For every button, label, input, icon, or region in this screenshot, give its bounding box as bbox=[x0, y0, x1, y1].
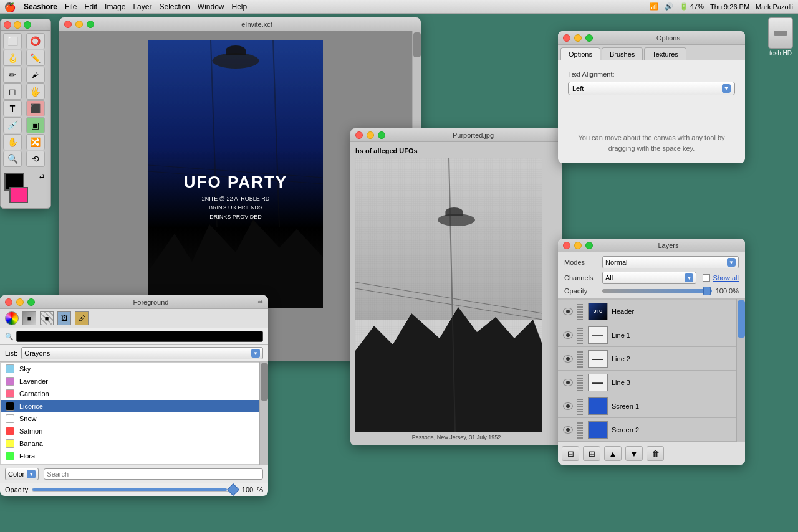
color-item-banana[interactable]: Banana bbox=[1, 437, 259, 450]
purported-title: Purported.jpg bbox=[389, 131, 557, 139]
image-selector-icon[interactable]: 🖼 bbox=[57, 311, 71, 325]
minimize-button[interactable] bbox=[367, 131, 374, 139]
zoom-button[interactable] bbox=[27, 298, 35, 306]
list-arrow-icon: ▼ bbox=[251, 349, 260, 358]
list-dropdown[interactable]: Crayons ▼ bbox=[21, 347, 263, 359]
visibility-icon[interactable] bbox=[563, 355, 573, 363]
clone-tool[interactable]: 🖐 bbox=[26, 83, 45, 100]
zoom-button[interactable] bbox=[585, 34, 593, 42]
gradient-selector-icon[interactable]: ■ bbox=[22, 311, 36, 325]
layer-thumbnail: ▬▬▬ bbox=[588, 350, 608, 368]
layer-item-line3[interactable]: ▬▬▬ Line 3 bbox=[558, 371, 736, 394]
close-button[interactable] bbox=[355, 131, 363, 139]
pattern-selector-icon[interactable]: ■ bbox=[40, 311, 54, 325]
minimize-button[interactable] bbox=[16, 298, 24, 306]
minimize-button[interactable] bbox=[574, 242, 582, 249]
color-item-sky[interactable]: Sky bbox=[1, 363, 259, 375]
layer-item-screen2[interactable]: Screen 2 bbox=[558, 418, 736, 442]
eraser-tool[interactable]: ◻ bbox=[3, 83, 22, 100]
layer-thumbnail: ▬▬▬ bbox=[588, 326, 608, 344]
layer-item-header[interactable]: UFO Header bbox=[558, 300, 736, 323]
channels-value: All bbox=[605, 274, 613, 282]
pan-tool[interactable]: ✋ bbox=[3, 134, 22, 150]
menu-help[interactable]: Help bbox=[232, 2, 248, 11]
background-color-swatch[interactable] bbox=[9, 187, 28, 203]
duplicate-button[interactable]: ⊞ bbox=[583, 446, 600, 461]
layer-item-line2[interactable]: ▬▬▬ Line 2 bbox=[558, 347, 736, 371]
color-name-search-input[interactable] bbox=[44, 468, 263, 480]
minimize-button[interactable] bbox=[574, 34, 582, 42]
tab-options[interactable]: Options bbox=[560, 47, 600, 60]
opacity-slider[interactable] bbox=[602, 289, 712, 293]
visibility-icon[interactable] bbox=[563, 426, 573, 434]
crayon-selector-icon[interactable]: 🖊 bbox=[75, 311, 89, 325]
shape-tool[interactable]: ⬛ bbox=[26, 100, 45, 116]
zoom-button[interactable] bbox=[24, 21, 31, 29]
text-alignment-select[interactable]: Left ▼ bbox=[568, 82, 735, 95]
color-list-scrollbar[interactable] bbox=[259, 362, 268, 465]
visibility-icon[interactable] bbox=[563, 308, 573, 315]
visibility-icon[interactable] bbox=[563, 402, 573, 410]
show-all-checkbox[interactable] bbox=[703, 274, 710, 282]
polygonal-lasso-tool[interactable]: ✏️ bbox=[26, 50, 45, 66]
elliptical-select-tool[interactable]: ⭕ bbox=[26, 33, 45, 49]
show-all-button[interactable]: Show all bbox=[713, 274, 739, 282]
minimize-button[interactable] bbox=[75, 21, 83, 28]
pencil-tool[interactable]: ✏ bbox=[3, 67, 22, 83]
zoom-tool[interactable]: 🔍 bbox=[3, 151, 22, 167]
menu-file[interactable]: File bbox=[65, 2, 77, 11]
tab-textures[interactable]: Textures bbox=[644, 47, 686, 60]
move-down-button[interactable]: ▼ bbox=[625, 446, 643, 461]
rectangular-select-tool[interactable]: ⬜ bbox=[3, 33, 22, 49]
channels-select[interactable]: All ▼ bbox=[602, 272, 696, 284]
menu-layer[interactable]: Layer bbox=[133, 2, 151, 11]
color-item-flora[interactable]: Flora bbox=[1, 450, 259, 462]
menu-selection[interactable]: Selection bbox=[159, 2, 190, 11]
menu-window[interactable]: Window bbox=[198, 2, 224, 11]
color-wheel-icon[interactable] bbox=[5, 311, 19, 325]
color-item-salmon[interactable]: Salmon bbox=[1, 425, 259, 437]
color-item-lavender[interactable]: Lavender bbox=[1, 375, 259, 387]
close-button[interactable] bbox=[5, 298, 12, 306]
transform-tool[interactable]: 🔀 bbox=[26, 134, 45, 150]
close-button[interactable] bbox=[64, 21, 72, 28]
color-item-ice[interactable]: Ice bbox=[1, 462, 259, 465]
color-search-input[interactable] bbox=[16, 331, 263, 342]
layer-item-screen1[interactable]: Screen 1 bbox=[558, 394, 736, 418]
brush-tool[interactable]: 🖌 bbox=[26, 67, 45, 83]
zoom-button[interactable] bbox=[87, 21, 94, 28]
text-tool[interactable]: T bbox=[3, 100, 22, 116]
lasso-tool[interactable]: 🪝 bbox=[3, 50, 22, 66]
delete-button[interactable]: 🗑 bbox=[647, 446, 664, 461]
opacity-slider[interactable] bbox=[32, 488, 238, 492]
visibility-icon[interactable] bbox=[563, 331, 573, 339]
modes-select[interactable]: Normal ▼ bbox=[602, 256, 739, 268]
color-name-carnation: Carnation bbox=[19, 390, 49, 397]
layer-item-line1[interactable]: ▬▬▬ Line 1 bbox=[558, 323, 736, 347]
minimize-button[interactable] bbox=[14, 21, 21, 29]
color-item-carnation[interactable]: Carnation bbox=[1, 387, 259, 400]
apple-menu-icon[interactable]: 🍎 bbox=[5, 2, 14, 11]
swap-colors-icon[interactable]: ⇄ bbox=[39, 173, 44, 180]
rotate-tool[interactable]: ⟲ bbox=[26, 151, 45, 167]
zoom-button[interactable] bbox=[378, 131, 385, 139]
layers-scrollbar[interactable] bbox=[736, 299, 745, 442]
color-item-licorice[interactable]: Licorice bbox=[1, 400, 259, 412]
menu-image[interactable]: Image bbox=[105, 2, 125, 11]
close-button[interactable] bbox=[563, 242, 570, 249]
close-button[interactable] bbox=[563, 34, 570, 42]
move-up-button[interactable]: ▲ bbox=[604, 446, 622, 461]
eyedropper-tool[interactable]: 💉 bbox=[3, 117, 22, 133]
fill-tool[interactable]: ▣ bbox=[26, 117, 45, 133]
hard-drive-icon[interactable]: tosh HD bbox=[768, 17, 793, 57]
zoom-button[interactable] bbox=[585, 242, 593, 249]
close-button[interactable] bbox=[4, 21, 11, 29]
app-name[interactable]: Seashore bbox=[24, 2, 57, 11]
tab-brushes[interactable]: Brushes bbox=[602, 47, 643, 60]
menu-edit[interactable]: Edit bbox=[84, 2, 97, 11]
color-type-select[interactable]: Color ▼ bbox=[5, 468, 39, 480]
color-swatch-lavender bbox=[6, 377, 14, 386]
flatten-button[interactable]: ⊟ bbox=[562, 446, 579, 461]
color-item-snow[interactable]: Snow bbox=[1, 412, 259, 425]
visibility-icon[interactable] bbox=[563, 379, 573, 386]
